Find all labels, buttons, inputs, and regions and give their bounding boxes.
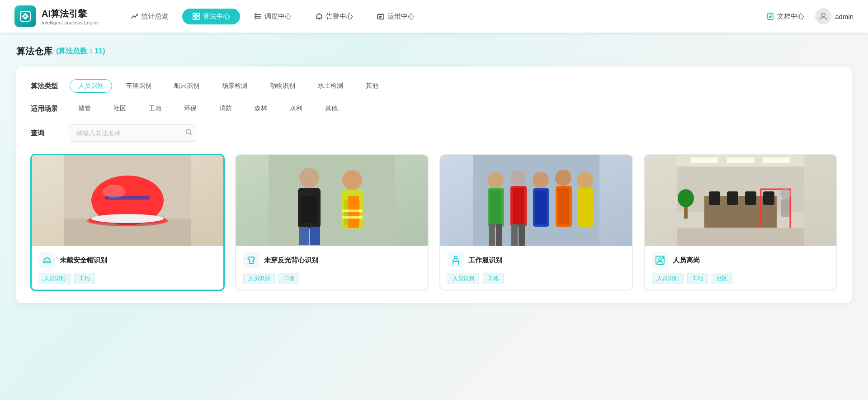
avatar-icon — [819, 12, 828, 21]
svg-rect-4 — [197, 13, 199, 16]
svg-rect-84 — [781, 199, 790, 217]
search-icon — [185, 129, 193, 136]
svg-rect-78 — [763, 191, 774, 205]
algo-card-leaving[interactable]: 人员离岗 人员识别 工地 社区 — [644, 154, 837, 290]
app-subtitle: Intelligent analysis Engine — [42, 20, 99, 25]
algo-card-icon-vest — [243, 252, 259, 268]
svg-point-34 — [299, 168, 319, 188]
type-tag-person[interactable]: 人员识别 — [70, 79, 112, 93]
nav-algo-label: 算法中心 — [203, 12, 230, 21]
svg-rect-56 — [535, 190, 547, 224]
scene-tag-other[interactable]: 其他 — [316, 102, 346, 115]
scene-tag-forest[interactable]: 森林 — [246, 102, 276, 115]
search-input-wrap — [70, 124, 196, 142]
algo-card-vest[interactable]: 未穿反光背心识别 人员识别 工地 — [235, 154, 429, 290]
uniform-svg — [440, 155, 632, 246]
count-value: 11 — [94, 47, 103, 55]
algo-card-img-helmet — [32, 155, 223, 246]
algo-card-tags-uniform: 人员识别 工地 — [448, 273, 625, 284]
nav-ops[interactable]: 运维中心 — [367, 9, 425, 24]
scene-tag-env[interactable]: 环保 — [175, 102, 205, 115]
svg-point-1 — [24, 15, 27, 18]
page-bg: TSINGSEE青犀视频 算法仓库 (算法总数：11) 算法类型 人员识别 车辆… — [0, 33, 868, 400]
algo-tag-person-4: 人员识别 — [652, 273, 684, 284]
search-button[interactable] — [185, 129, 193, 138]
type-filter-label: 算法类型 — [31, 82, 62, 90]
svg-line-23 — [190, 133, 192, 135]
scene-tag-water[interactable]: 水利 — [281, 102, 311, 115]
svg-rect-31 — [43, 261, 51, 263]
svg-rect-71 — [727, 157, 754, 163]
svg-rect-63 — [496, 224, 502, 246]
svg-rect-82 — [677, 228, 804, 246]
main-card: 算法类型 人员识别 车辆识别 船只识别 场景检测 动物识别 水土检测 其他 适用… — [16, 67, 852, 303]
doc-icon — [766, 12, 774, 20]
svg-point-54 — [533, 172, 549, 188]
svg-rect-59 — [558, 188, 569, 224]
svg-point-27 — [87, 215, 168, 226]
search-input[interactable] — [70, 124, 196, 142]
leaving-icon — [655, 255, 665, 265]
algo-tag-person: 人员识别 — [39, 273, 71, 284]
scene-tag-site[interactable]: 工地 — [140, 102, 170, 115]
type-tag-other[interactable]: 其他 — [357, 79, 387, 93]
type-tag-vehicle[interactable]: 车辆识别 — [118, 79, 160, 93]
nav-schedule-label: 调度中心 — [264, 12, 292, 21]
svg-point-21 — [821, 13, 825, 17]
algo-card-uniform[interactable]: 工作服识别 人员识别 工地 — [439, 154, 633, 290]
logo-text: AI算法引擎 Intelligent analysis Engine — [42, 8, 99, 25]
logo-area: AI算法引擎 Intelligent analysis Engine — [14, 5, 99, 27]
type-tag-soil[interactable]: 水土检测 — [309, 79, 352, 93]
svg-rect-6 — [197, 17, 199, 19]
type-filter-row: 算法类型 人员识别 车辆识别 船只识别 场景检测 动物识别 水土检测 其他 — [31, 79, 837, 93]
svg-point-66 — [454, 256, 457, 259]
type-tag-animal[interactable]: 动物识别 — [261, 79, 304, 93]
nav-stats[interactable]: 统计总览 — [121, 9, 179, 24]
type-tag-ship[interactable]: 船只识别 — [165, 79, 208, 93]
section-title: 算法仓库 (算法总数：11) — [16, 45, 852, 57]
section-title-text: 算法仓库 — [16, 45, 52, 57]
algo-tag-community-4: 社区 — [712, 273, 732, 284]
svg-rect-76 — [727, 191, 738, 205]
nav-schedule[interactable]: 调度中心 — [244, 9, 302, 24]
svg-rect-43 — [299, 227, 309, 245]
algo-card-name-row-helmet: 未戴安全帽识别 — [39, 252, 216, 268]
svg-rect-3 — [193, 13, 196, 16]
type-tag-scene[interactable]: 场景检测 — [213, 79, 256, 93]
svg-point-48 — [487, 172, 504, 188]
nav-alert[interactable]: 告警中心 — [305, 9, 363, 24]
vest-icon — [246, 255, 256, 265]
svg-rect-75 — [709, 191, 720, 205]
svg-rect-64 — [511, 224, 518, 246]
svg-rect-65 — [519, 224, 525, 246]
svg-rect-70 — [691, 157, 718, 163]
algo-icon — [192, 12, 200, 20]
algo-card-name-row-leaving: 人员离岗 — [652, 252, 829, 268]
svg-rect-42 — [342, 216, 363, 219]
algo-tag-site: 工地 — [74, 273, 95, 284]
nav-algo[interactable]: 算法中心 — [182, 9, 240, 24]
algo-card-img-office — [645, 155, 836, 246]
svg-rect-53 — [513, 188, 524, 224]
svg-point-60 — [577, 172, 593, 188]
helmet-icon — [42, 255, 52, 265]
algo-card-name-uniform: 工作服识别 — [468, 256, 502, 265]
scene-tag-community[interactable]: 社区 — [105, 102, 135, 115]
search-label: 查询 — [31, 129, 62, 138]
vest-svg — [236, 155, 428, 246]
algo-card-body-helmet: 未戴安全帽识别 人员识别 工地 — [32, 246, 223, 290]
algo-card-helmet[interactable]: 未戴安全帽识别 人员识别 工地 — [31, 154, 224, 290]
section-count: (算法总数：11) — [56, 47, 105, 56]
algo-tag-site-3: 工地 — [483, 273, 504, 284]
user-area[interactable]: admin — [815, 8, 854, 24]
algo-card-tags-leaving: 人员识别 工地 社区 — [652, 273, 829, 284]
algo-card-icon-uniform — [448, 252, 464, 268]
app-title: AI算法引擎 — [42, 8, 99, 20]
scene-tag-fire[interactable]: 消防 — [211, 102, 241, 115]
scene-tag-city[interactable]: 城管 — [70, 102, 99, 115]
svg-rect-25 — [64, 219, 191, 246]
nav-ops-label: 运维中心 — [387, 12, 415, 21]
search-row: 查询 — [31, 124, 837, 142]
doc-center[interactable]: 文档中心 — [766, 12, 804, 21]
svg-point-2 — [137, 14, 138, 15]
